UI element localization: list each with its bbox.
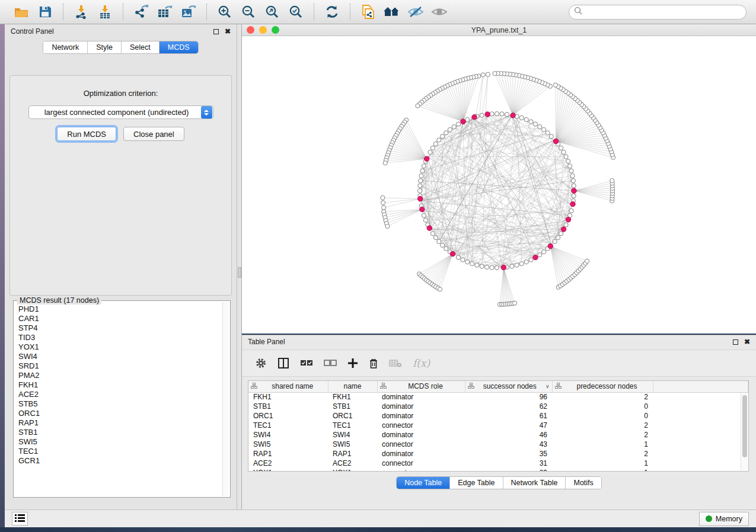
mcds-result-item[interactable]: SWI5 <box>18 437 222 447</box>
graph-node[interactable] <box>456 122 460 126</box>
graph-leaf-node[interactable] <box>381 196 385 200</box>
graph-node[interactable] <box>456 255 460 259</box>
table-cell[interactable]: 2 <box>552 392 653 402</box>
zoom-in-button[interactable] <box>215 3 234 21</box>
tab-style[interactable]: Style <box>88 41 122 53</box>
table-cell[interactable]: 47 <box>465 421 552 430</box>
memory-button[interactable]: Memory <box>699 512 749 526</box>
mcds-result-item[interactable]: STB5 <box>18 399 222 409</box>
graph-node[interactable] <box>470 262 474 266</box>
graph-node[interactable] <box>480 264 484 268</box>
column-header-shared-name[interactable]: shared name <box>248 381 328 392</box>
table-cell[interactable]: 62 <box>465 402 552 411</box>
export-table-button[interactable] <box>155 3 174 21</box>
table-cell[interactable]: connector <box>377 459 465 468</box>
graph-node[interactable] <box>524 117 528 121</box>
hide-selected-button[interactable] <box>406 3 425 21</box>
column-header-predecessor-nodes[interactable]: predecessor nodes <box>552 381 653 392</box>
graph-node[interactable] <box>546 131 550 135</box>
table-cell[interactable]: 1 <box>552 459 653 468</box>
table-tab-network-table[interactable]: Network Table <box>503 477 566 489</box>
mcds-result-item[interactable]: STB1 <box>18 428 222 437</box>
mcds-result-item[interactable]: PHD1 <box>18 305 222 314</box>
graph-leaf-node[interactable] <box>383 161 387 165</box>
tab-select[interactable]: Select <box>122 41 160 53</box>
graph-dominator-node[interactable] <box>566 217 570 222</box>
deselect-all-icon[interactable] <box>324 359 337 367</box>
table-settings-gear-icon[interactable] <box>255 357 267 369</box>
graph-node[interactable] <box>572 194 576 198</box>
table-row[interactable]: STB1STB1dominator620 <box>248 402 748 411</box>
table-row[interactable]: SWI5SWI5connector431 <box>248 440 748 449</box>
network-graph[interactable] <box>242 36 756 333</box>
table-cell[interactable]: 2 <box>552 430 653 440</box>
run-mcds-button[interactable]: Run MCDS <box>57 127 116 141</box>
column-header-MCDS-role[interactable]: MCDS role <box>377 381 465 392</box>
graph-node[interactable] <box>437 239 441 243</box>
graph-dominator-node[interactable] <box>501 265 506 270</box>
graph-dominator-node[interactable] <box>561 227 566 232</box>
graph-node[interactable] <box>417 188 422 193</box>
graph-node[interactable] <box>556 236 560 240</box>
show-columns-icon[interactable] <box>277 358 289 368</box>
graph-leaf-node[interactable] <box>493 71 497 75</box>
table-cell[interactable]: 96 <box>465 392 552 402</box>
float-table-panel-icon[interactable] <box>733 339 738 345</box>
close-panel-button[interactable]: Close panel <box>123 127 184 141</box>
graph-node[interactable] <box>433 142 438 146</box>
graph-node[interactable] <box>419 178 423 182</box>
table-cell[interactable]: 0 <box>552 411 653 421</box>
graph-node[interactable] <box>529 120 533 124</box>
table-tab-motifs[interactable]: Motifs <box>566 477 601 489</box>
mcds-result-item[interactable]: PMA2 <box>18 371 222 380</box>
table-cell[interactable]: SWI5 <box>248 440 328 449</box>
network-canvas[interactable] <box>242 36 756 333</box>
tab-network[interactable]: Network <box>43 41 88 53</box>
graph-node[interactable] <box>490 265 494 270</box>
graph-node[interactable] <box>519 262 524 266</box>
mcds-result-item[interactable]: YOX1 <box>18 342 222 352</box>
table-cell[interactable]: dominator <box>377 402 465 411</box>
graph-dominator-node[interactable] <box>420 207 425 211</box>
graph-node[interactable] <box>559 146 563 150</box>
mcds-result-item[interactable]: RAP1 <box>18 418 222 428</box>
refresh-view-button[interactable] <box>323 3 342 21</box>
table-cell[interactable]: SWI5 <box>328 440 377 449</box>
duplicate-network-button[interactable] <box>359 3 378 21</box>
graph-node[interactable] <box>538 252 542 257</box>
graph-node[interactable] <box>465 117 470 121</box>
graph-node[interactable] <box>430 146 435 150</box>
graph-leaf-node[interactable] <box>553 83 557 87</box>
column-header-successor-nodes[interactable]: successor nodes∨ <box>465 381 552 392</box>
graph-node[interactable] <box>572 184 576 188</box>
float-panel-icon[interactable] <box>213 29 219 34</box>
table-row[interactable]: TEC1TEC1connector472 <box>248 421 748 430</box>
graph-node[interactable] <box>495 265 499 270</box>
table-scrollbar[interactable] <box>741 393 748 470</box>
select-all-icon[interactable] <box>300 359 313 367</box>
graph-node[interactable] <box>422 164 426 168</box>
table-cell[interactable]: YOX1 <box>328 468 377 472</box>
graph-node[interactable] <box>433 236 438 240</box>
show-all-button[interactable] <box>430 3 449 21</box>
table-cell[interactable]: SWI4 <box>248 430 328 440</box>
table-cell[interactable]: dominator <box>377 449 465 459</box>
graph-node[interactable] <box>495 111 499 116</box>
graph-node[interactable] <box>448 127 452 132</box>
table-cell[interactable]: FKH1 <box>248 392 328 402</box>
open-file-button[interactable] <box>12 3 31 21</box>
table-row[interactable]: YOX1YOX1connector291 <box>248 468 748 472</box>
search-input[interactable] <box>586 8 741 16</box>
graph-node[interactable] <box>475 263 479 267</box>
first-neighbors-button[interactable] <box>382 3 401 21</box>
table-cell[interactable]: TEC1 <box>328 421 377 430</box>
graph-node[interactable] <box>569 169 573 173</box>
graph-leaf-node[interactable] <box>481 73 485 77</box>
table-cell[interactable]: RAP1 <box>328 449 377 459</box>
export-network-button[interactable] <box>132 3 151 21</box>
table-cell[interactable]: 1 <box>552 468 653 472</box>
graph-dominator-node[interactable] <box>425 156 429 161</box>
mcds-result-item[interactable]: FKH1 <box>18 380 222 390</box>
graph-dominator-node[interactable] <box>511 113 515 118</box>
graph-node[interactable] <box>519 116 524 120</box>
